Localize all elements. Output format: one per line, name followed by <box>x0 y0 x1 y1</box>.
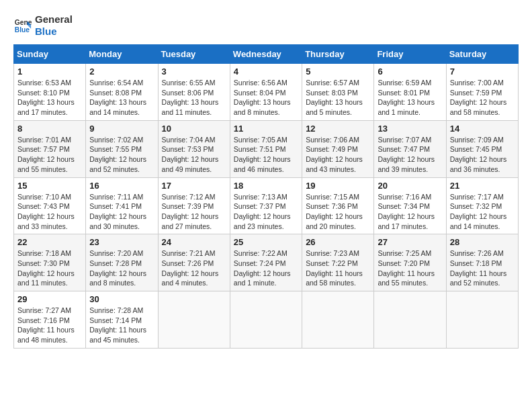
calendar-day-cell: 7Sunrise: 7:00 AM Sunset: 7:59 PM Daylig… <box>446 64 518 121</box>
calendar-day-cell <box>446 291 518 349</box>
day-number: 8 <box>17 124 82 134</box>
day-info: Sunrise: 6:53 AM Sunset: 8:10 PM Dayligh… <box>17 78 82 118</box>
calendar-day-cell: 30Sunrise: 7:28 AM Sunset: 7:14 PM Dayli… <box>86 291 158 349</box>
calendar-day-cell: 29Sunrise: 7:27 AM Sunset: 7:16 PM Dayli… <box>14 291 86 349</box>
calendar-day-cell: 20Sunrise: 7:16 AM Sunset: 7:34 PM Dayli… <box>374 177 446 234</box>
logo-text: General Blue <box>35 13 73 38</box>
day-number: 30 <box>89 294 154 304</box>
header-thursday: Thursday <box>302 45 374 64</box>
day-number: 12 <box>306 124 370 134</box>
day-info: Sunrise: 7:00 AM Sunset: 7:59 PM Dayligh… <box>450 78 515 118</box>
day-number: 28 <box>450 237 515 247</box>
calendar-day-cell: 27Sunrise: 7:25 AM Sunset: 7:20 PM Dayli… <box>374 234 446 291</box>
calendar-day-cell: 6Sunrise: 6:59 AM Sunset: 8:01 PM Daylig… <box>374 64 446 121</box>
page-header: General Blue General Blue <box>13 13 519 38</box>
calendar-day-cell <box>230 291 302 349</box>
calendar-week-row: 8Sunrise: 7:01 AM Sunset: 7:57 PM Daylig… <box>14 120 519 177</box>
day-info: Sunrise: 7:09 AM Sunset: 7:45 PM Dayligh… <box>450 135 515 175</box>
day-number: 22 <box>17 237 82 247</box>
day-info: Sunrise: 6:57 AM Sunset: 8:03 PM Dayligh… <box>306 78 370 118</box>
day-info: Sunrise: 7:18 AM Sunset: 7:30 PM Dayligh… <box>17 248 82 288</box>
day-info: Sunrise: 7:25 AM Sunset: 7:20 PM Dayligh… <box>378 248 442 288</box>
calendar-day-cell: 15Sunrise: 7:10 AM Sunset: 7:43 PM Dayli… <box>14 177 86 234</box>
day-info: Sunrise: 7:21 AM Sunset: 7:26 PM Dayligh… <box>162 248 226 288</box>
calendar-week-row: 15Sunrise: 7:10 AM Sunset: 7:43 PM Dayli… <box>14 177 519 234</box>
day-number: 26 <box>306 237 370 247</box>
calendar-day-cell: 3Sunrise: 6:55 AM Sunset: 8:06 PM Daylig… <box>158 64 230 121</box>
header-monday: Monday <box>86 45 158 64</box>
calendar-day-cell: 19Sunrise: 7:15 AM Sunset: 7:36 PM Dayli… <box>302 177 374 234</box>
calendar-day-cell: 24Sunrise: 7:21 AM Sunset: 7:26 PM Dayli… <box>158 234 230 291</box>
day-number: 25 <box>234 237 298 247</box>
header-tuesday: Tuesday <box>158 45 230 64</box>
header-friday: Friday <box>374 45 446 64</box>
calendar-day-cell: 23Sunrise: 7:20 AM Sunset: 7:28 PM Dayli… <box>86 234 158 291</box>
calendar-day-cell: 25Sunrise: 7:22 AM Sunset: 7:24 PM Dayli… <box>230 234 302 291</box>
calendar-table: Sunday Monday Tuesday Wednesday Thursday… <box>13 44 519 349</box>
logo-icon: General Blue <box>13 16 32 35</box>
day-info: Sunrise: 7:13 AM Sunset: 7:37 PM Dayligh… <box>234 192 298 232</box>
day-info: Sunrise: 7:12 AM Sunset: 7:39 PM Dayligh… <box>162 192 226 232</box>
day-number: 29 <box>17 294 82 304</box>
day-info: Sunrise: 7:20 AM Sunset: 7:28 PM Dayligh… <box>89 248 154 288</box>
day-number: 9 <box>89 124 154 134</box>
day-info: Sunrise: 7:10 AM Sunset: 7:43 PM Dayligh… <box>17 192 82 232</box>
day-info: Sunrise: 7:16 AM Sunset: 7:34 PM Dayligh… <box>378 192 442 232</box>
day-info: Sunrise: 7:01 AM Sunset: 7:57 PM Dayligh… <box>17 135 82 175</box>
calendar-day-cell: 16Sunrise: 7:11 AM Sunset: 7:41 PM Dayli… <box>86 177 158 234</box>
day-info: Sunrise: 7:23 AM Sunset: 7:22 PM Dayligh… <box>306 248 370 288</box>
logo: General Blue General Blue <box>13 13 73 38</box>
calendar-day-cell <box>302 291 374 349</box>
day-info: Sunrise: 7:06 AM Sunset: 7:49 PM Dayligh… <box>306 135 370 175</box>
calendar-day-cell: 26Sunrise: 7:23 AM Sunset: 7:22 PM Dayli… <box>302 234 374 291</box>
day-number: 27 <box>378 237 442 247</box>
calendar-day-cell: 17Sunrise: 7:12 AM Sunset: 7:39 PM Dayli… <box>158 177 230 234</box>
calendar-day-cell: 8Sunrise: 7:01 AM Sunset: 7:57 PM Daylig… <box>14 120 86 177</box>
calendar-header-row: Sunday Monday Tuesday Wednesday Thursday… <box>14 45 519 64</box>
calendar-week-row: 29Sunrise: 7:27 AM Sunset: 7:16 PM Dayli… <box>14 291 519 349</box>
calendar-day-cell: 1Sunrise: 6:53 AM Sunset: 8:10 PM Daylig… <box>14 64 86 121</box>
day-number: 10 <box>162 124 226 134</box>
day-number: 3 <box>162 66 226 77</box>
day-number: 17 <box>162 181 226 191</box>
header-wednesday: Wednesday <box>230 45 302 64</box>
calendar-day-cell: 2Sunrise: 6:54 AM Sunset: 8:08 PM Daylig… <box>86 64 158 121</box>
day-number: 11 <box>234 124 298 134</box>
day-number: 24 <box>162 237 226 247</box>
svg-text:Blue: Blue <box>15 26 30 34</box>
day-number: 19 <box>306 181 370 191</box>
day-info: Sunrise: 6:55 AM Sunset: 8:06 PM Dayligh… <box>162 78 226 118</box>
calendar-day-cell <box>374 291 446 349</box>
calendar-week-row: 1Sunrise: 6:53 AM Sunset: 8:10 PM Daylig… <box>14 64 519 121</box>
calendar-day-cell: 12Sunrise: 7:06 AM Sunset: 7:49 PM Dayli… <box>302 120 374 177</box>
calendar-day-cell: 4Sunrise: 6:56 AM Sunset: 8:04 PM Daylig… <box>230 64 302 121</box>
day-info: Sunrise: 7:17 AM Sunset: 7:32 PM Dayligh… <box>450 192 515 232</box>
calendar-day-cell: 5Sunrise: 6:57 AM Sunset: 8:03 PM Daylig… <box>302 64 374 121</box>
day-number: 21 <box>450 181 515 191</box>
calendar-day-cell: 10Sunrise: 7:04 AM Sunset: 7:53 PM Dayli… <box>158 120 230 177</box>
calendar-day-cell <box>158 291 230 349</box>
day-info: Sunrise: 7:04 AM Sunset: 7:53 PM Dayligh… <box>162 135 226 175</box>
day-info: Sunrise: 7:22 AM Sunset: 7:24 PM Dayligh… <box>234 248 298 288</box>
calendar-day-cell: 9Sunrise: 7:02 AM Sunset: 7:55 PM Daylig… <box>86 120 158 177</box>
day-info: Sunrise: 6:59 AM Sunset: 8:01 PM Dayligh… <box>378 78 442 118</box>
day-info: Sunrise: 7:07 AM Sunset: 7:47 PM Dayligh… <box>378 135 442 175</box>
day-info: Sunrise: 7:15 AM Sunset: 7:36 PM Dayligh… <box>306 192 370 232</box>
day-info: Sunrise: 6:54 AM Sunset: 8:08 PM Dayligh… <box>89 78 154 118</box>
day-number: 4 <box>234 66 298 77</box>
day-number: 7 <box>450 66 515 77</box>
day-number: 18 <box>234 181 298 191</box>
day-number: 14 <box>450 124 515 134</box>
day-number: 16 <box>89 181 154 191</box>
day-info: Sunrise: 7:27 AM Sunset: 7:16 PM Dayligh… <box>17 306 82 345</box>
calendar-day-cell: 28Sunrise: 7:26 AM Sunset: 7:18 PM Dayli… <box>446 234 518 291</box>
day-number: 20 <box>378 181 442 191</box>
day-info: Sunrise: 7:02 AM Sunset: 7:55 PM Dayligh… <box>89 135 154 175</box>
day-number: 13 <box>378 124 442 134</box>
calendar-day-cell: 21Sunrise: 7:17 AM Sunset: 7:32 PM Dayli… <box>446 177 518 234</box>
day-number: 23 <box>89 237 154 247</box>
day-number: 15 <box>17 181 82 191</box>
header-saturday: Saturday <box>446 45 518 64</box>
day-info: Sunrise: 7:11 AM Sunset: 7:41 PM Dayligh… <box>89 192 154 232</box>
calendar-day-cell: 22Sunrise: 7:18 AM Sunset: 7:30 PM Dayli… <box>14 234 86 291</box>
